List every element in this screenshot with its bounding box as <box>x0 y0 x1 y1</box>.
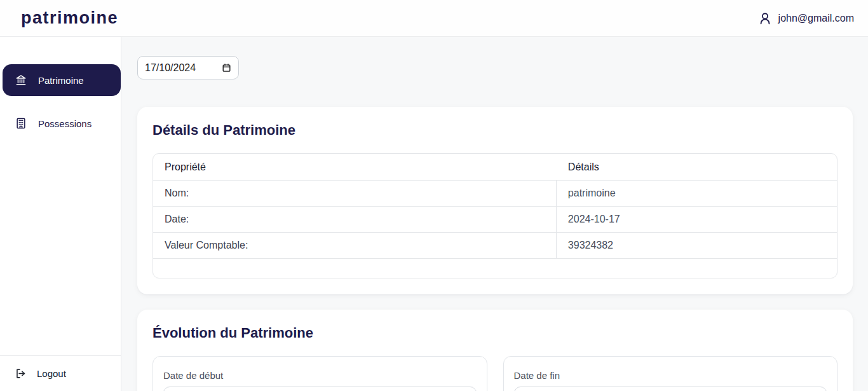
details-card: Détails du Patrimoine Propriété Détails … <box>137 107 853 294</box>
main-content: 17/10/2024 Détails du Patrimoine Proprié… <box>121 37 868 391</box>
bank-icon <box>15 74 27 86</box>
column-header-property: Propriété <box>153 154 557 180</box>
table-row: Nom: patrimoine <box>153 180 837 206</box>
start-date-panel: Date de début <box>153 356 487 391</box>
sidebar-item-label: Patrimoine <box>38 75 84 86</box>
building-icon <box>15 117 27 130</box>
table-row: Date: 2024-10-17 <box>153 206 837 232</box>
user-email: john@gmail.com <box>778 13 854 24</box>
logout-icon <box>15 367 27 380</box>
evolution-card-title: Évolution du Patrimoine <box>153 325 837 341</box>
sidebar: Patrimoine Possessions <box>0 37 121 391</box>
row-detail: 39324382 <box>557 232 837 258</box>
sidebar-item-possessions[interactable]: Possessions <box>3 107 121 139</box>
logout-button[interactable]: Logout <box>0 355 121 391</box>
user-menu[interactable]: john@gmail.com <box>758 11 854 25</box>
column-header-details: Détails <box>557 154 837 180</box>
evolution-card: Évolution du Patrimoine Date de début Da… <box>137 310 853 391</box>
table-row: Valeur Comptable: 39324382 <box>153 232 837 258</box>
app-logo: patrimoine <box>21 8 118 28</box>
sidebar-item-patrimoine[interactable]: Patrimoine <box>3 64 121 96</box>
logout-label: Logout <box>37 368 66 379</box>
date-range-form: Date de début Date de fin <box>153 356 837 391</box>
app-header: patrimoine john@gmail.com <box>0 0 868 37</box>
calendar-icon[interactable] <box>222 63 231 72</box>
end-date-input[interactable] <box>514 387 827 391</box>
row-property: Date: <box>153 206 557 232</box>
table-empty-row <box>153 258 837 278</box>
end-date-label: Date de fin <box>514 370 827 381</box>
row-detail: 2024-10-17 <box>557 206 837 232</box>
row-property: Nom: <box>153 180 557 206</box>
details-table: Propriété Détails Nom: patrimoine Date: … <box>153 153 837 278</box>
details-card-title: Détails du Patrimoine <box>153 122 837 139</box>
user-icon <box>758 11 772 25</box>
row-property: Valeur Comptable: <box>153 232 557 258</box>
end-date-panel: Date de fin <box>503 356 838 391</box>
table-header-row: Propriété Détails <box>153 154 837 180</box>
start-date-label: Date de début <box>163 370 477 381</box>
date-input[interactable]: 17/10/2024 <box>137 56 239 79</box>
row-detail: patrimoine <box>557 180 837 206</box>
start-date-input[interactable] <box>163 387 477 391</box>
sidebar-nav: Patrimoine Possessions <box>0 37 121 151</box>
sidebar-item-label: Possessions <box>38 118 92 129</box>
date-input-value: 17/10/2024 <box>145 62 196 74</box>
